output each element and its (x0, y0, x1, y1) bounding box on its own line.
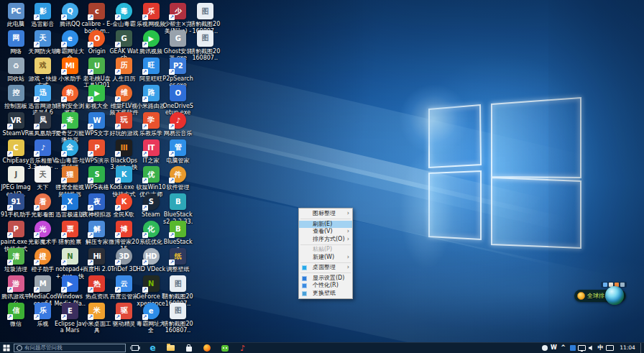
app-icon: 纸↗ (170, 248, 186, 265)
network-tray-item[interactable] (577, 343, 586, 353)
menu-item-icon-arrange[interactable]: 图标整理› (299, 210, 352, 218)
app-icon: B (170, 193, 186, 210)
desktop-icon[interactable]: ♪↗网易云音乐 (162, 112, 194, 137)
menu-item-desktop-organize[interactable]: 桌面整理› (299, 264, 352, 272)
weather-icon (542, 345, 548, 351)
shortcut-arrow-icon: ↗ (7, 260, 13, 265)
file-explorer-button[interactable] (162, 343, 180, 353)
input-app-tray-item[interactable] (568, 343, 577, 353)
app-icon: 凤↗ (34, 112, 51, 129)
show-desktop-button[interactable] (640, 343, 644, 353)
widget-mini-icon[interactable] (603, 283, 607, 287)
search-placeholder: 有问题尽管问我 (24, 344, 63, 352)
app-icon: 天↗ (34, 30, 51, 47)
browser-orange-button[interactable] (198, 343, 216, 353)
menu-item-view[interactable]: 查看(V)› (299, 228, 352, 236)
app-icon: 热↗ (88, 275, 105, 292)
menu-item-personalize[interactable]: 个性化(R) (299, 282, 352, 290)
desktop-organize-icon (302, 265, 307, 270)
app-icon: 信↗ (8, 303, 24, 319)
menu-item-refresh[interactable]: 刷新(E) (299, 221, 352, 229)
desktop-icon[interactable]: 纸↗调整壁纸 (162, 248, 194, 273)
shortcut-arrow-icon: ↗ (34, 287, 40, 293)
desktop-icon[interactable]: 件↗软件管理 (162, 166, 194, 191)
shortcut-arrow-icon: ↗ (88, 14, 93, 20)
menu-item-sort-by[interactable]: 排序方式(O)› (299, 236, 352, 244)
windows-desktop: PC此电脑网网络♻回收站控控制面板VR↗SteamVRC↗ChipEasyJJP… (0, 0, 644, 353)
shortcut-arrow-icon: ↗ (142, 260, 148, 265)
shortcut-arrow-icon: ↗ (7, 205, 13, 211)
app-icon: 91↗ (8, 193, 24, 210)
submenu-arrow-icon: › (347, 228, 349, 236)
hidden-icons-tray-item[interactable]: ^ (558, 343, 568, 353)
app-icon: J (8, 166, 24, 183)
shortcut-arrow-icon: ↗ (61, 42, 67, 47)
shortcut-arrow-icon: ↗ (7, 314, 13, 320)
app-icon: 驱↗ (116, 303, 132, 319)
app-icon: X↗ (62, 193, 78, 210)
app-icon: P2↗ (170, 58, 186, 74)
shortcut-arrow-icon: ↗ (115, 205, 121, 211)
start-button[interactable] (0, 343, 13, 353)
file-explorer-icon (167, 345, 175, 351)
shortcut-arrow-icon: ↗ (61, 69, 67, 75)
desktop-icon[interactable]: 图猎豹截图20160807.. (162, 303, 194, 334)
menu-item-display-settings[interactable]: 显示设置(D) (299, 275, 352, 283)
menu-item-new[interactable]: 新建(W)› (299, 254, 352, 262)
store-button[interactable] (180, 343, 198, 353)
shortcut-arrow-icon: ↗ (169, 124, 175, 129)
app-icon: N↗ (62, 248, 78, 265)
app-icon: 乐↗ (34, 303, 51, 319)
touch-keyboard-tray-item[interactable] (605, 343, 615, 353)
ime-indicator-icon: 中 (598, 344, 604, 352)
app-icon: P↗ (8, 221, 24, 237)
taskbar-search[interactable]: 有问题尽管问我 (14, 344, 126, 352)
app-icon: E↗ (62, 303, 78, 319)
desktop-icon-label: 调整壁纸 (162, 266, 194, 273)
shortcut-arrow-icon: ↗ (61, 205, 67, 211)
music-app-icon: ♪ (240, 344, 245, 352)
ime-indicator-tray-item[interactable]: 中 (596, 343, 605, 353)
app-icon: C↗ (8, 139, 24, 156)
shortcut-arrow-icon: ↗ (61, 124, 67, 129)
search-icon (17, 345, 22, 351)
shortcut-arrow-icon: ↗ (169, 178, 175, 183)
shortcut-arrow-icon: ↗ (34, 260, 40, 265)
app-icon: 控 (8, 85, 24, 101)
widget-mini-icon[interactable] (620, 283, 625, 287)
app-icon: 管↗ (170, 139, 186, 156)
globe-ball-icon[interactable] (605, 286, 624, 305)
menu-item-paste[interactable]: 粘贴(P) (299, 246, 352, 254)
shortcut-arrow-icon: ↗ (34, 124, 40, 129)
shortcut-arrow-icon: ↗ (34, 314, 40, 320)
desktop-icon[interactable]: 管↗电脑管家 (162, 139, 194, 165)
touch-keyboard-icon (606, 345, 614, 351)
w-app-tray-item[interactable]: W (549, 343, 558, 353)
wechat-button[interactable] (216, 343, 234, 353)
system-tray: W^中 (540, 343, 615, 353)
volume-icon (589, 345, 594, 351)
app-icon: ♪↗ (170, 112, 186, 129)
desktop-icon[interactable]: 图猎豹截图20160807.. (189, 30, 221, 62)
shortcut-arrow-icon: ↗ (88, 96, 93, 102)
shortcut-arrow-icon: ↗ (61, 96, 67, 102)
volume-tray-item[interactable] (586, 343, 596, 353)
app-icon: 图 (197, 3, 213, 19)
edge-browser-button[interactable]: e (144, 343, 162, 353)
shortcut-arrow-icon: ↗ (34, 42, 40, 47)
taskbar: 有问题尽管问我 e♪ W^中 11:04 (0, 342, 644, 353)
app-icon: 游↗ (8, 275, 24, 292)
app-icon: 橙↗ (34, 248, 51, 265)
app-icon: ▶↗ (143, 30, 160, 47)
taskbar-clock[interactable]: 11:04 (615, 343, 640, 353)
shortcut-arrow-icon: ↗ (115, 14, 121, 20)
music-app-button[interactable]: ♪ (234, 343, 252, 353)
app-icon: 狸↗ (62, 166, 78, 183)
app-icon: 博↗ (116, 221, 132, 237)
app-icon: 豹↗ (62, 85, 78, 101)
app-icon: Hi↗ (88, 248, 105, 265)
menu-item-change-wallpaper[interactable]: 更换壁纸 (299, 290, 352, 298)
weather-tray-item[interactable] (540, 343, 549, 353)
app-icon: W↗ (88, 112, 105, 129)
task-view-button[interactable] (126, 343, 144, 353)
